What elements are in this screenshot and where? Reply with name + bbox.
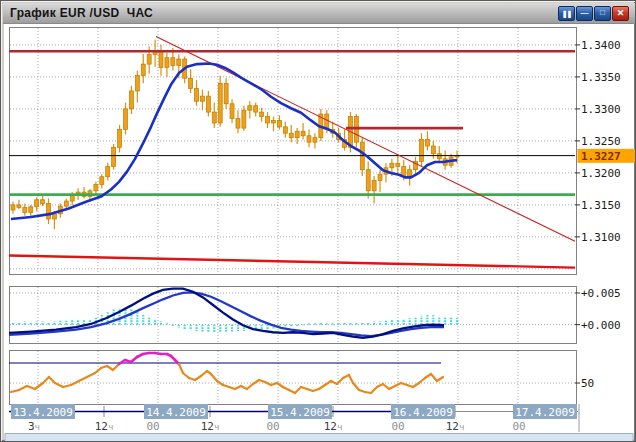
scrollbar-area[interactable] — [5, 434, 633, 442]
candle-body — [283, 127, 287, 133]
candle-body — [47, 204, 51, 219]
date-chip-label: 16.4.2009 — [393, 406, 453, 419]
candle-body — [41, 200, 45, 204]
candle-body — [313, 138, 317, 142]
minimize-button[interactable]: — — [576, 6, 593, 21]
rsi-panel-frame — [10, 351, 577, 405]
candle-body — [70, 195, 74, 201]
axis-tick-label: 1.3100 — [581, 231, 621, 244]
candle-body — [195, 88, 199, 101]
candle-body — [402, 166, 406, 176]
candle-body — [277, 120, 281, 126]
candle-body — [35, 200, 39, 207]
time-tick-label: 12ч — [201, 420, 220, 433]
axis-tick-label: 1.3300 — [581, 103, 621, 116]
time-tick-label: 00 — [512, 420, 525, 433]
pause-button[interactable]: ❚❚ — [558, 6, 575, 21]
candle-body — [218, 83, 222, 123]
candle-body — [52, 214, 56, 219]
date-chip-label: 15.4.2009 — [270, 406, 330, 419]
window-title: График EUR /USD ЧАС — [3, 6, 558, 20]
axis-tick-label: 1.3250 — [581, 135, 621, 148]
axis-tick-label: 50 — [581, 377, 594, 390]
axis-tick-label: +0.005 — [581, 287, 621, 300]
candle-body — [260, 112, 264, 116]
candle-body — [112, 147, 116, 166]
date-chip-label: 14.4.2009 — [146, 406, 206, 419]
candle-body — [165, 58, 169, 68]
window-titlebar[interactable]: График EUR /USD ЧАС ❚❚ — □ ✕ — [3, 3, 635, 24]
price-axis: 1.34001.33501.33001.32501.32001.31501.31… — [575, 39, 636, 390]
date-chip-label: 17.4.2009 — [515, 406, 575, 419]
time-tick-label: 00 — [391, 420, 404, 433]
candle-body — [224, 83, 228, 103]
time-tick-label: 12ч — [324, 420, 343, 433]
candle-body — [431, 146, 435, 154]
candle-body — [64, 201, 68, 206]
axis-tick-label: 1.3400 — [581, 39, 621, 52]
candle-body — [129, 91, 133, 109]
date-chip-label: 13.4.2009 — [13, 406, 73, 419]
candle-body — [189, 78, 193, 88]
candle-body — [159, 51, 163, 67]
candle-body — [408, 170, 412, 176]
candle-body — [135, 76, 139, 91]
candle-body — [147, 55, 151, 65]
macd-panel-frame — [10, 287, 577, 344]
window-controls: ❚❚ — □ ✕ — [558, 6, 635, 21]
chart-canvas[interactable]: Simple_Moving_Average MACD RSI 1.34001.3… — [1, 1, 636, 442]
candle-body — [171, 58, 175, 66]
candle-body — [94, 184, 98, 190]
close-button[interactable]: ✕ — [612, 6, 629, 21]
candle-body — [390, 163, 394, 167]
candle-body — [206, 96, 210, 112]
candle-body — [396, 163, 400, 166]
candle-body — [100, 177, 104, 185]
time-tick-label: 00 — [146, 420, 159, 433]
candle-body — [177, 59, 181, 65]
axis-tick-label: 1.3350 — [581, 71, 621, 84]
horizontal-scrollbar[interactable] — [5, 434, 633, 442]
time-tick-label: 12ч — [95, 420, 114, 433]
current-price-label: 1.3227 — [581, 150, 621, 163]
candle-body — [106, 166, 110, 176]
candle-body — [266, 117, 270, 123]
candle-body — [437, 154, 441, 159]
candle-body — [378, 174, 382, 180]
axis-tick-label: +0.000 — [581, 319, 621, 332]
candle-body — [11, 205, 15, 210]
candle-body — [301, 131, 305, 135]
candle-body — [212, 112, 216, 123]
candle-body — [289, 133, 293, 137]
time-tick-label: 00 — [266, 420, 279, 433]
time-tick-label: 12ч — [446, 420, 465, 433]
candle-body — [141, 64, 145, 76]
candle-body — [307, 136, 311, 142]
candle-body — [242, 110, 246, 128]
candle-body — [23, 207, 27, 212]
axis-tick-label: 1.3200 — [581, 167, 621, 180]
candle-body — [29, 207, 33, 213]
maximize-button[interactable]: □ — [594, 6, 611, 21]
main-panel-frame — [10, 28, 577, 275]
candle-body — [419, 140, 423, 162]
date-axis: 13.4.200914.4.200915.4.200916.4.200917.4… — [9, 404, 579, 433]
candle-body — [118, 129, 122, 147]
panel-grid — [10, 28, 577, 405]
candle-body — [248, 106, 252, 110]
candle-body — [230, 104, 234, 119]
chart-window: Simple_Moving_Average MACD RSI 1.34001.3… — [0, 0, 636, 442]
candle-body — [372, 181, 376, 191]
candle-body — [236, 119, 240, 129]
candle-body — [425, 140, 429, 146]
axis-tick-label: 1.3150 — [581, 199, 621, 212]
candle-body — [17, 205, 21, 208]
candle-body — [366, 170, 370, 191]
candle-body — [295, 131, 299, 137]
candle-body — [200, 96, 204, 101]
candle-body — [254, 106, 258, 112]
candle-body — [271, 120, 275, 123]
candle-body — [123, 109, 127, 129]
time-tick-label: 3ч — [28, 420, 40, 433]
